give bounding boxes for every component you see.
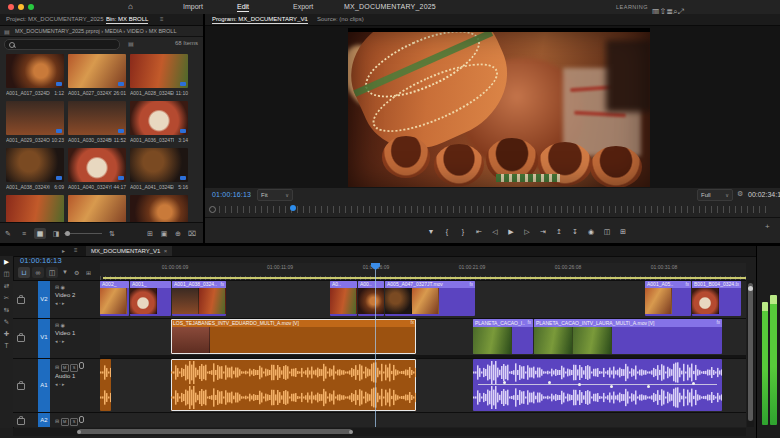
volume-keyframe[interactable]	[610, 385, 613, 388]
bin-clip[interactable]: A001_A041_0324EG..5:16	[130, 148, 188, 190]
sort-icon[interactable]: ⇅	[106, 228, 118, 239]
scrollbar-handle-dot[interactable]	[77, 430, 81, 434]
volume-keyframe[interactable]	[503, 381, 506, 384]
add-button[interactable]: +	[765, 222, 770, 231]
mute-solo-icons[interactable]: ⊟ M S	[55, 416, 99, 426]
navigate-up-icon[interactable]: ▤	[4, 28, 10, 35]
scrollbar-dot[interactable]	[748, 286, 753, 291]
close-icon[interactable]: ×	[303, 16, 307, 22]
clip-thumbnail[interactable]	[68, 54, 126, 88]
clip-thumbnail[interactable]	[6, 148, 64, 182]
bin-clip[interactable]: A001_A036_0324TR..3:14	[130, 101, 188, 143]
scrub-handle-icon[interactable]	[209, 206, 216, 213]
tab-source[interactable]: Source: (no clips)	[317, 16, 364, 22]
timeline-clip-v2[interactable]: A0..	[330, 281, 357, 316]
step-back-button[interactable]: ◁	[487, 223, 503, 241]
timeline-clip-v2[interactable]: A005_A047_0327JT.movfx	[385, 281, 475, 316]
clip-thumbnail[interactable]	[130, 148, 188, 182]
new-bin-button[interactable]: ▣	[158, 228, 170, 239]
clip-thumbnail[interactable]	[68, 101, 126, 135]
panel-grid-icon[interactable]: ≡	[74, 247, 78, 253]
timeline-timecode[interactable]: 01:00:16:13	[20, 256, 62, 265]
lock-icon[interactable]	[17, 383, 25, 390]
filter-bin-content-icon[interactable]: ▤	[128, 40, 134, 47]
timeline-display-settings-button[interactable]: ◫	[46, 267, 58, 278]
volume-keyframe-line[interactable]	[478, 384, 717, 385]
hand-tool[interactable]: ✚	[0, 328, 13, 340]
bin-clip[interactable]	[6, 195, 64, 222]
keyframe-nav-icons[interactable]: ◂ ◦ ▸	[55, 300, 99, 307]
breadcrumb[interactable]: MX_DOCUMENTARY_2025.prproj › MEDIA › VID…	[15, 28, 200, 34]
clip-thumbnail[interactable]	[6, 101, 64, 135]
list-view-button[interactable]: ≡	[18, 228, 30, 239]
track-select-tool[interactable]: ◫	[0, 268, 13, 280]
timeline-clip-v2[interactable]: A001_	[130, 281, 171, 316]
volume-keyframe[interactable]	[578, 383, 581, 386]
lock-icon[interactable]	[17, 335, 25, 342]
lock-icon[interactable]	[17, 418, 25, 425]
lift-button[interactable]: ↥	[551, 223, 567, 241]
clip-thumbnail[interactable]	[130, 195, 188, 222]
bin-clip[interactable]: A001_A030_0324BC..11:52	[68, 101, 126, 143]
button-editor-button[interactable]: ⊞	[615, 223, 631, 241]
type-tool[interactable]: T	[0, 340, 13, 352]
new-item-button[interactable]: ⊕	[172, 228, 184, 239]
clip-thumbnail[interactable]	[130, 54, 188, 88]
mark-in-button[interactable]: {	[439, 223, 455, 241]
keyframe-nav-icons[interactable]: ◂ ◦ ▸	[55, 381, 99, 388]
bin-clip[interactable]: A001_A038_0324XC..6:09	[6, 148, 64, 190]
bin-clip[interactable]	[68, 195, 126, 222]
timeline-clip-v2[interactable]: A002_	[100, 281, 129, 316]
track-header-v2[interactable]: V2⊟ ◉Video 2◂ ◦ ▸	[13, 280, 100, 319]
bin-clip[interactable]: A001_A017_0324D6..1:12	[6, 54, 64, 96]
clip-thumbnail[interactable]	[68, 195, 126, 222]
timeline-clip-v1[interactable]: PLANETA_CACAO_INTV_LAURA_MULTI_A.mov [V]…	[534, 319, 722, 354]
timeline-clip-v2[interactable]: A001_A038_0324..fx	[172, 281, 226, 316]
go-to-in-button[interactable]: ⇤	[471, 223, 487, 241]
slip-tool[interactable]: ⇆	[0, 304, 13, 316]
bin-clip[interactable]: A001_A040_0324YE..44:17	[68, 148, 126, 190]
tab-sequence[interactable]: MX_DOCUMENTARY_V1 ×	[86, 246, 172, 256]
horizontal-scrollbar[interactable]	[13, 428, 746, 436]
vertical-scrollbar-thumb[interactable]	[748, 283, 753, 421]
track-header-a1[interactable]: A1⊟ M S Audio 1◂ ◦ ▸	[13, 358, 100, 413]
keyframe-nav-icons[interactable]: ◂ ◦ ▸	[55, 338, 99, 345]
captions-button[interactable]: ⊞	[86, 269, 91, 276]
track-target-v1[interactable]: V1	[38, 334, 50, 340]
track-a2-lane[interactable]	[100, 412, 746, 427]
scrub-playhead[interactable]	[290, 205, 296, 211]
zoom-level-dropdown[interactable]: Fit∨	[257, 189, 293, 201]
clip-thumbnail[interactable]	[68, 148, 126, 182]
program-scrub-bar[interactable]	[205, 202, 780, 216]
pen-tool[interactable]: ✎	[0, 316, 13, 328]
chevron-icon[interactable]: ▸	[62, 247, 65, 254]
bin-clip[interactable]: A001_A027_0324XT..26:01	[68, 54, 126, 96]
horizontal-scrollbar-thumb[interactable]	[78, 429, 352, 434]
step-forward-button[interactable]: ▷	[519, 223, 535, 241]
track-target-a1[interactable]: A1	[38, 382, 50, 388]
track-target-v2[interactable]: V2	[38, 296, 50, 302]
learning-button[interactable]: LEARNING	[616, 4, 648, 10]
lock-icon[interactable]	[17, 297, 25, 304]
mark-out-button[interactable]: }	[455, 223, 471, 241]
zoom-slider-knob[interactable]	[65, 231, 70, 236]
play-button[interactable]: ▶	[503, 223, 519, 241]
clip-thumbnail[interactable]	[130, 101, 188, 135]
ripple-edit-tool[interactable]: ⇄	[0, 280, 13, 292]
extract-button[interactable]: ↧	[567, 223, 583, 241]
playhead-line[interactable]	[375, 263, 376, 427]
timeline-clip-v2[interactable]: A001_A05..fx	[645, 281, 691, 316]
snap-button[interactable]: ⊔	[18, 267, 30, 278]
export-frame-button[interactable]: ◉	[583, 223, 599, 241]
clip-thumbnail[interactable]	[6, 54, 64, 88]
hover-scrub-button[interactable]: ◨	[50, 228, 62, 239]
timeline-clip-v2[interactable]: A00..	[358, 281, 384, 316]
bin-clip[interactable]: A001_A029_0324OC..10:23	[6, 101, 64, 143]
add-marker-button[interactable]: ▼	[423, 223, 439, 241]
mute-solo-icons[interactable]: ⊟ M S	[55, 362, 99, 372]
sync-lock-eye-icons[interactable]: ⊟ ◉	[55, 284, 99, 291]
comparison-view-button[interactable]: ◫	[599, 223, 615, 241]
track-target-a2[interactable]: A2	[38, 417, 50, 423]
timeline-clip-v1[interactable]: LOS_TEJABANES_INTV_EDUARDO_MULTI_A.mov […	[171, 319, 416, 354]
timeline-clip-v1[interactable]: PLANETA_CACAO_I..fx	[473, 319, 533, 354]
